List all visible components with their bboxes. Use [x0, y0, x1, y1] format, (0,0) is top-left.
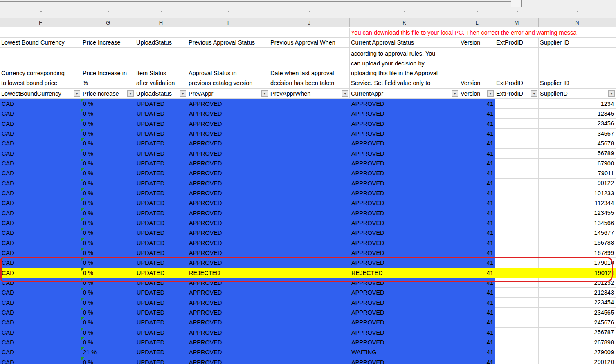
cell-L-row5-version[interactable]: 41	[459, 138, 495, 148]
cell-K-row1-current_appr[interactable]: APPROVED	[350, 99, 459, 109]
cell-I-row25-prev_appr[interactable]: APPROVED	[187, 337, 269, 347]
cell-K-row21-current_appr[interactable]: APPROVED	[350, 298, 459, 308]
cell-F-row6-currency[interactable]: CAD	[0, 149, 81, 159]
cell-N-row22-supplier_id[interactable]: 234565	[539, 308, 616, 317]
cell-M-row19-ext_prod_id[interactable]	[495, 278, 539, 288]
field-description-PriceIncrease[interactable]: Price Increase in %	[81, 48, 135, 89]
cell-I-row27-prev_appr[interactable]: APPROVED	[187, 357, 269, 364]
cell-H-row22-upload_status[interactable]: UPDATED	[135, 308, 187, 317]
cell-M-row4-ext_prod_id[interactable]	[495, 129, 539, 138]
cell-L-row15-version[interactable]: 41	[459, 238, 495, 248]
cell-G-row3-price_increase[interactable]: 0 %	[81, 119, 135, 129]
cell-G-row19-price_increase[interactable]: 0 %	[81, 278, 135, 288]
cell-L-row26-version[interactable]: 41	[459, 347, 495, 357]
cell-K-row22-current_appr[interactable]: APPROVED	[350, 308, 459, 317]
cell-K-row19-current_appr[interactable]: APPROVED	[350, 278, 459, 288]
cell-L-row9-version[interactable]: 41	[459, 179, 495, 188]
cell-N-row8-supplier_id[interactable]: 79011	[539, 168, 616, 178]
cell-I-row11-prev_appr[interactable]: APPROVED	[187, 198, 269, 208]
cell-N-row14-supplier_id[interactable]: 145677	[539, 228, 616, 238]
filter-dropdown-icon-LowestBoundCurrency[interactable]: ▼	[74, 90, 80, 97]
cell-F-row4-currency[interactable]: CAD	[0, 129, 81, 138]
column-header-K[interactable]: K	[350, 18, 459, 27]
cell-G-row10-price_increase[interactable]: 0 %	[81, 188, 135, 198]
cell-L-row14-version[interactable]: 41	[459, 228, 495, 238]
cell-L-row19-version[interactable]: 41	[459, 278, 495, 288]
cell-I-row19-prev_appr[interactable]: APPROVED	[187, 278, 269, 288]
cell-M-row5-ext_prod_id[interactable]	[495, 138, 539, 148]
cell-K-row8-current_appr[interactable]: APPROVED	[350, 168, 459, 178]
cell-F-row5-currency[interactable]: CAD	[0, 138, 81, 148]
filter-dropdown-icon-Version[interactable]: ▼	[487, 90, 494, 97]
cell-K-row4-current_appr[interactable]: APPROVED	[350, 129, 459, 138]
cell-M-row25-ext_prod_id[interactable]	[495, 337, 539, 347]
cell-L-row20-version[interactable]: 41	[459, 288, 495, 297]
cell-J-row12-prev_appr_when[interactable]	[269, 208, 350, 218]
cell-J-row22-prev_appr_when[interactable]	[269, 308, 350, 317]
cell-J-row4-prev_appr_when[interactable]	[269, 129, 350, 138]
cell-J-row9-prev_appr_when[interactable]	[269, 179, 350, 188]
cell-L-row4-version[interactable]: 41	[459, 129, 495, 138]
cell-N-row9-supplier_id[interactable]: 90122	[539, 179, 616, 188]
cell-F-row25-currency[interactable]: CAD	[0, 337, 81, 347]
filter-cell-UploadStatus[interactable]: UploadStatus▼	[135, 89, 187, 99]
cell-L-row18-version[interactable]: 41	[459, 268, 495, 278]
cell-H-row3-upload_status[interactable]: UPDATED	[135, 119, 187, 129]
filter-cell-SupplierID[interactable]: SupplierID▼	[539, 89, 616, 99]
cell-I-row15-prev_appr[interactable]: APPROVED	[187, 238, 269, 248]
cell-F-row26-currency[interactable]: CAD	[0, 347, 81, 357]
cell-L-row13-version[interactable]: 41	[459, 218, 495, 228]
cell-K-row16-current_appr[interactable]: APPROVED	[350, 248, 459, 258]
cell-I-row17-prev_appr[interactable]: APPROVED	[187, 258, 269, 268]
cell-L-row2-version[interactable]: 41	[459, 109, 495, 118]
field-description-ExtProdID[interactable]: ExtProdID	[495, 48, 539, 89]
field-name-PrevApprWhen[interactable]: Previous Approval When	[269, 38, 350, 48]
cell-H-row10-upload_status[interactable]: UPDATED	[135, 188, 187, 198]
cell-M-row1-ext_prod_id[interactable]	[495, 99, 539, 109]
cell-H1[interactable]	[135, 28, 187, 38]
cell-H-row9-upload_status[interactable]: UPDATED	[135, 179, 187, 188]
cell-I-row21-prev_appr[interactable]: APPROVED	[187, 298, 269, 308]
cell-H-row5-upload_status[interactable]: UPDATED	[135, 138, 187, 148]
cell-I-row5-prev_appr[interactable]: APPROVED	[187, 138, 269, 148]
cell-H-row18-upload_status[interactable]: UPDATED	[135, 268, 187, 278]
filter-cell-Version[interactable]: Version▼	[459, 89, 495, 99]
cell-K-row12-current_appr[interactable]: APPROVED	[350, 208, 459, 218]
cell-J-row8-prev_appr_when[interactable]	[269, 168, 350, 178]
cell-N-row7-supplier_id[interactable]: 67900	[539, 159, 616, 168]
cell-L-row6-version[interactable]: 41	[459, 149, 495, 159]
cell-J-row14-prev_appr_when[interactable]	[269, 228, 350, 238]
column-header-M[interactable]: M	[495, 18, 539, 27]
cell-F-row2-currency[interactable]: CAD	[0, 109, 81, 118]
cell-I1[interactable]	[187, 28, 269, 38]
cell-J-row15-prev_appr_when[interactable]	[269, 238, 350, 248]
cell-M-row2-ext_prod_id[interactable]	[495, 109, 539, 118]
cell-K-row5-current_appr[interactable]: APPROVED	[350, 138, 459, 148]
cell-G-row12-price_increase[interactable]: 0 %	[81, 208, 135, 218]
cell-F-row8-currency[interactable]: CAD	[0, 168, 81, 178]
column-header-I[interactable]: I	[187, 18, 269, 27]
cell-M-row20-ext_prod_id[interactable]	[495, 288, 539, 297]
cell-M-row14-ext_prod_id[interactable]	[495, 228, 539, 238]
cell-F-row18-currency[interactable]: CAD	[0, 268, 81, 278]
cell-L-row22-version[interactable]: 41	[459, 308, 495, 317]
cell-J-row10-prev_appr_when[interactable]	[269, 188, 350, 198]
cell-J-row7-prev_appr_when[interactable]	[269, 159, 350, 168]
cell-I-row13-prev_appr[interactable]: APPROVED	[187, 218, 269, 228]
cell-J-row19-prev_appr_when[interactable]	[269, 278, 350, 288]
cell-I-row14-prev_appr[interactable]: APPROVED	[187, 228, 269, 238]
cell-G-row25-price_increase[interactable]: 0 %	[81, 337, 135, 347]
filter-cell-PrevAppr[interactable]: PrevAppr▼	[187, 89, 269, 99]
cell-J-row27-prev_appr_when[interactable]	[269, 357, 350, 364]
cell-H-row16-upload_status[interactable]: UPDATED	[135, 248, 187, 258]
cell-M-row18-ext_prod_id[interactable]	[495, 268, 539, 278]
cell-K-row15-current_appr[interactable]: APPROVED	[350, 238, 459, 248]
cell-G-row14-price_increase[interactable]: 0 %	[81, 228, 135, 238]
cell-F-row24-currency[interactable]: CAD	[0, 328, 81, 337]
cell-F-row23-currency[interactable]: CAD	[0, 317, 81, 327]
cell-J-row23-prev_appr_when[interactable]	[269, 317, 350, 327]
cell-K-row20-current_appr[interactable]: APPROVED	[350, 288, 459, 297]
field-description-SupplierID[interactable]: Supplier ID	[539, 48, 616, 89]
cell-H-row8-upload_status[interactable]: UPDATED	[135, 168, 187, 178]
cell-F-row11-currency[interactable]: CAD	[0, 198, 81, 208]
